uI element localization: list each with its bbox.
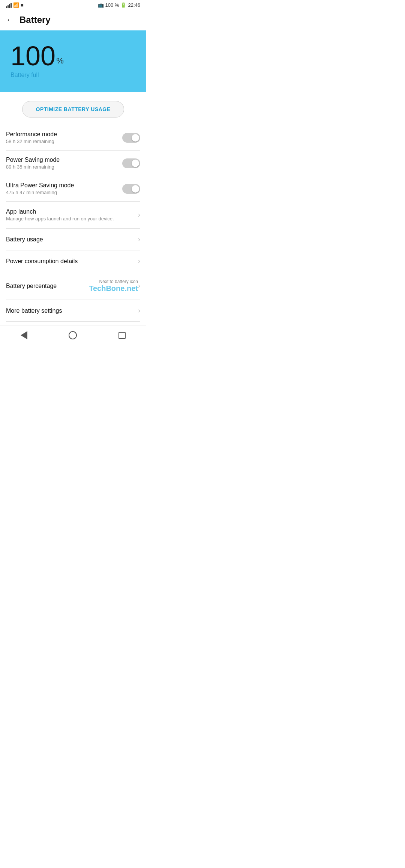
power-saving-mode-sub: 89 h 35 min remaining [6, 164, 122, 170]
battery-percentage-item[interactable]: Battery percentage Next to battery icon … [6, 272, 140, 300]
battery-percentage-chevron-icon: › [138, 282, 140, 290]
app-launch-item[interactable]: App launch Manage how apps launch and ru… [6, 202, 140, 229]
more-battery-settings-item[interactable]: More battery settings › [6, 300, 140, 322]
battery-percent-symbol: % [56, 56, 64, 66]
battery-icon: 🔋 [120, 2, 126, 8]
back-nav-icon[interactable] [21, 331, 27, 339]
app-launch-title: App launch [6, 208, 138, 215]
battery-percent-text: 100 % [105, 2, 119, 8]
ultra-power-saving-mode-sub: 475 h 47 min remaining [6, 190, 122, 195]
optimize-section: OPTIMIZE BATTERY USAGE [0, 92, 146, 125]
cast-icon: 📺 [98, 2, 104, 8]
camera-icon: ■ [21, 2, 24, 8]
battery-banner: 100 % Battery full [0, 30, 146, 92]
battery-percentage-title: Battery percentage [6, 283, 89, 289]
status-bar: 📶 ■ 📺 100 % 🔋 22:46 [0, 0, 146, 9]
battery-status-text: Battery full [10, 72, 136, 78]
wifi-icon: 📶 [13, 2, 19, 8]
status-right: 📺 100 % 🔋 22:46 [98, 2, 140, 8]
battery-percent-value: 100 [10, 42, 56, 69]
battery-usage-item[interactable]: Battery usage › [6, 229, 140, 250]
status-left: 📶 ■ [6, 2, 24, 8]
status-time: 22:46 [128, 2, 140, 8]
battery-usage-chevron-icon: › [138, 235, 140, 243]
performance-mode-title: Performance mode [6, 131, 122, 138]
bottom-nav [0, 326, 146, 346]
back-button[interactable]: ← [6, 15, 14, 25]
power-saving-mode-item: Power Saving mode 89 h 35 min remaining [6, 151, 140, 176]
optimize-battery-button[interactable]: OPTIMIZE BATTERY USAGE [22, 101, 124, 118]
home-nav-icon[interactable] [69, 331, 77, 339]
battery-percentage-badge: Next to battery icon [99, 279, 138, 284]
app-launch-chevron-icon: › [138, 211, 140, 219]
signal-bars-icon [6, 3, 12, 8]
battery-percent-row: 100 % [10, 42, 136, 69]
power-consumption-chevron-icon: › [138, 257, 140, 265]
power-consumption-title: Power consumption details [6, 258, 138, 265]
more-battery-settings-title: More battery settings [6, 307, 138, 314]
performance-mode-sub: 58 h 32 min remaining [6, 139, 122, 144]
ultra-power-saving-mode-item: Ultra Power Saving mode 475 h 47 min rem… [6, 176, 140, 202]
performance-mode-toggle[interactable] [122, 133, 140, 143]
power-saving-mode-title: Power Saving mode [6, 157, 122, 163]
battery-usage-title: Battery usage [6, 236, 138, 243]
header: ← Battery [0, 9, 146, 30]
power-consumption-item[interactable]: Power consumption details › [6, 250, 140, 272]
toggle-settings-section: Performance mode 58 h 32 min remaining P… [0, 125, 146, 202]
ultra-power-saving-mode-title: Ultra Power Saving mode [6, 182, 122, 189]
power-saving-mode-toggle[interactable] [122, 158, 140, 168]
app-launch-sub: Manage how apps launch and run on your d… [6, 216, 138, 222]
recents-nav-icon[interactable] [118, 332, 126, 339]
nav-section: App launch Manage how apps launch and ru… [0, 202, 146, 322]
page-title: Battery [20, 15, 51, 25]
more-battery-settings-chevron-icon: › [138, 307, 140, 315]
watermark-text: TechBone.net [89, 284, 138, 293]
performance-mode-item: Performance mode 58 h 32 min remaining [6, 125, 140, 151]
ultra-power-saving-mode-toggle[interactable] [122, 184, 140, 194]
